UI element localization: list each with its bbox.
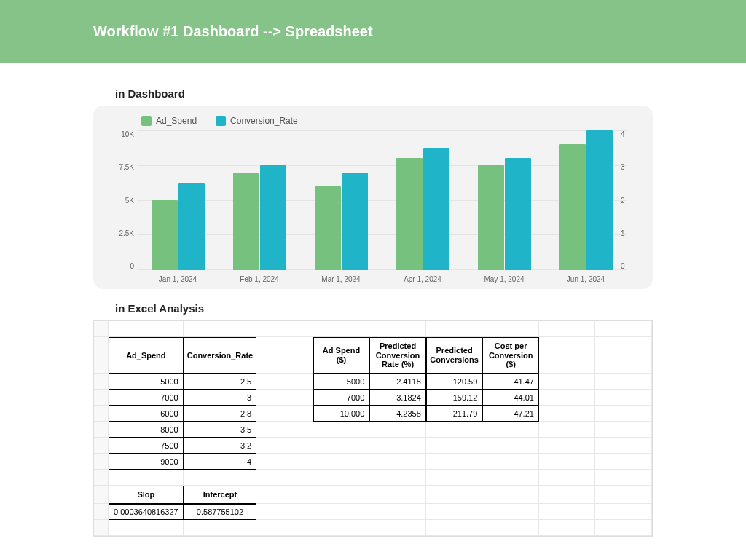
cell[interactable] [256,438,313,454]
cell[interactable] [94,486,109,504]
cell[interactable] [595,454,652,470]
cell[interactable] [94,374,109,390]
cell[interactable] [539,504,596,520]
cell[interactable] [595,321,652,337]
table-cell[interactable]: 3.1824 [369,390,426,406]
cell[interactable] [539,321,596,337]
cell[interactable] [595,374,652,390]
cell[interactable] [369,486,426,504]
table-header[interactable]: Ad Spend ($) [313,337,370,374]
cell[interactable] [313,520,370,536]
table-cell[interactable]: 159.12 [426,390,483,406]
cell[interactable] [256,520,313,536]
table-cell[interactable]: 2.8 [184,406,256,422]
cell[interactable] [595,422,652,438]
cell[interactable] [482,486,539,504]
table-cell[interactable]: 211.79 [426,406,483,422]
cell[interactable] [426,321,483,337]
cell[interactable] [369,504,426,520]
cell[interactable] [539,470,596,486]
cell[interactable] [369,321,426,337]
table-cell[interactable]: 44.01 [482,390,539,406]
cell[interactable] [426,438,483,454]
cell[interactable] [313,454,370,470]
cell[interactable] [94,390,109,406]
table-cell[interactable]: 6000 [109,406,184,422]
table-header[interactable]: Cost per Conversion ($) [482,337,539,374]
cell[interactable] [94,422,109,438]
cell[interactable] [369,454,426,470]
cell[interactable] [539,520,596,536]
cell[interactable] [369,422,426,438]
cell[interactable] [94,520,109,536]
cell[interactable] [426,470,483,486]
cell[interactable] [184,520,256,536]
cell[interactable] [539,374,596,390]
cell[interactable] [539,454,596,470]
cell[interactable] [595,438,652,454]
cell[interactable] [595,406,652,422]
cell[interactable] [109,520,184,536]
table-cell[interactable]: 7000 [313,390,370,406]
cell[interactable] [482,422,539,438]
cell[interactable] [426,504,483,520]
cell[interactable] [539,337,596,374]
table-header[interactable]: Ad_Spend [109,337,184,374]
table-header[interactable]: Intercept [184,486,256,504]
cell[interactable] [426,422,483,438]
cell[interactable] [369,470,426,486]
cell[interactable] [539,438,596,454]
table-cell[interactable]: 2.4118 [369,374,426,390]
cell[interactable] [256,406,313,422]
cell[interactable] [539,406,596,422]
cell[interactable] [482,520,539,536]
cell[interactable] [94,406,109,422]
cell[interactable] [482,321,539,337]
table-cell[interactable]: 4.2358 [369,406,426,422]
table-cell[interactable]: 9000 [109,454,184,470]
table-cell[interactable]: 3 [184,390,256,406]
table-cell[interactable]: 8000 [109,422,184,438]
cell[interactable] [109,470,184,486]
table-cell[interactable]: 41.47 [482,374,539,390]
cell[interactable] [256,337,313,374]
table-cell[interactable]: 5000 [109,374,184,390]
table-cell[interactable]: 0.587755102 [184,504,256,520]
cell[interactable] [256,321,313,337]
cell[interactable] [184,470,256,486]
table-cell[interactable]: 10,000 [313,406,370,422]
cell[interactable] [256,470,313,486]
cell[interactable] [595,504,652,520]
cell[interactable] [109,321,184,337]
cell[interactable] [595,390,652,406]
cell[interactable] [426,520,483,536]
cell[interactable] [94,454,109,470]
table-cell[interactable]: 3.5 [184,422,256,438]
cell[interactable] [256,374,313,390]
cell[interactable] [313,422,370,438]
table-cell[interactable]: 5000 [313,374,370,390]
cell[interactable] [313,438,370,454]
cell[interactable] [94,504,109,520]
cell[interactable] [94,438,109,454]
cell[interactable] [256,454,313,470]
table-cell[interactable]: 3.2 [184,438,256,454]
cell[interactable] [426,454,483,470]
cell[interactable] [595,470,652,486]
table-cell[interactable]: 7500 [109,438,184,454]
cell[interactable] [94,337,109,374]
table-header[interactable]: Predicted Conversion Rate (%) [369,337,426,374]
table-header[interactable]: Predicted Conversions [426,337,483,374]
cell[interactable] [595,486,652,504]
cell[interactable] [313,486,370,504]
cell[interactable] [256,390,313,406]
cell[interactable] [369,438,426,454]
cell[interactable] [482,470,539,486]
cell[interactable] [369,520,426,536]
cell[interactable] [539,422,596,438]
cell[interactable] [595,337,652,374]
cell[interactable] [313,470,370,486]
cell[interactable] [94,321,109,337]
table-cell[interactable]: 4 [184,454,256,470]
cell[interactable] [539,486,596,504]
